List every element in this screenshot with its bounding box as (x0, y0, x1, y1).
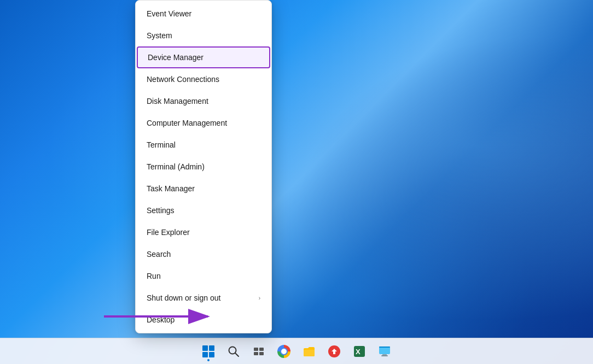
svg-rect-11 (379, 347, 390, 354)
svg-rect-4 (254, 348, 258, 351)
menu-item-device-manager[interactable]: Device Manager (137, 46, 270, 68)
chrome-icon (277, 345, 290, 358)
svg-rect-7 (259, 352, 264, 355)
desktop: Event Viewer System Device Manager Netwo… (0, 0, 593, 364)
arrow-annotation (98, 303, 219, 332)
menu-item-file-explorer[interactable]: File Explorer (136, 221, 271, 243)
task-view-button[interactable] (248, 340, 270, 362)
wallpaper-overlay (0, 0, 593, 364)
menu-item-computer-management[interactable]: Computer Management (136, 112, 271, 134)
excel-icon: X (353, 345, 366, 358)
svg-rect-12 (379, 347, 390, 348)
svg-rect-14 (381, 355, 388, 356)
menu-item-terminal-admin[interactable]: Terminal (Admin) (136, 156, 271, 178)
app1-icon (328, 345, 341, 358)
file-explorer-button[interactable] (298, 340, 320, 362)
start-button[interactable] (197, 340, 219, 362)
app2-icon (378, 345, 391, 358)
svg-text:X: X (356, 348, 361, 356)
menu-item-terminal[interactable]: Terminal (136, 134, 271, 156)
taskview-icon (253, 345, 265, 357)
menu-item-system[interactable]: System (136, 25, 271, 46)
folder-icon (303, 345, 316, 357)
menu-item-run[interactable]: Run (136, 265, 271, 287)
excel-button[interactable]: X (348, 340, 370, 362)
app2-button[interactable] (374, 340, 396, 362)
menu-item-settings[interactable]: Settings (136, 199, 271, 221)
start-active-dot (207, 359, 210, 361)
taskbar: X (0, 338, 593, 364)
search-button[interactable] (223, 340, 245, 362)
app1-button[interactable] (323, 340, 345, 362)
svg-line-3 (235, 353, 239, 356)
menu-item-disk-management[interactable]: Disk Management (136, 90, 271, 112)
context-menu: Event Viewer System Device Manager Netwo… (135, 0, 272, 333)
windows-icon (202, 345, 214, 357)
search-icon (228, 345, 240, 357)
chevron-right-icon: › (259, 295, 260, 301)
svg-rect-5 (259, 348, 264, 351)
menu-item-task-manager[interactable]: Task Manager (136, 178, 271, 199)
menu-item-network-connections[interactable]: Network Connections (136, 68, 271, 90)
svg-rect-6 (254, 352, 258, 355)
menu-item-search[interactable]: Search (136, 243, 271, 265)
menu-item-event-viewer[interactable]: Event Viewer (136, 3, 271, 25)
annotation-arrow (98, 303, 219, 330)
chrome-button[interactable] (273, 340, 295, 362)
